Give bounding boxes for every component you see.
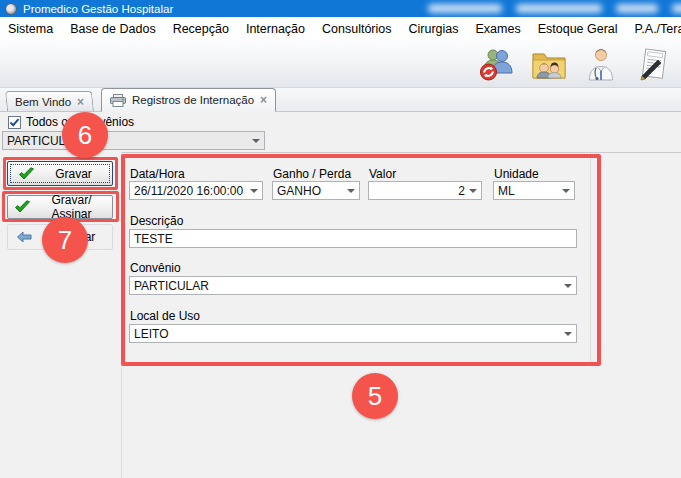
app-icon — [5, 3, 17, 15]
valor-label: Valor — [369, 167, 396, 181]
local-de-uso-select[interactable]: LEITO — [129, 324, 577, 343]
tab-close-icon[interactable]: × — [260, 93, 267, 107]
chevron-down-icon — [562, 189, 570, 193]
menu-item-exames[interactable]: Exames — [476, 22, 521, 36]
menu-item-consultorios[interactable]: Consultórios — [322, 22, 391, 36]
tab-label: Registros de Internação — [132, 94, 254, 106]
gravar-assinar-button[interactable]: Gravar/ Assinar — [7, 195, 113, 219]
back-arrow-icon — [16, 231, 32, 243]
tab-label: Bem Vindo — [15, 96, 71, 108]
doctor-icon[interactable] — [581, 46, 621, 82]
descricao-input[interactable]: TESTE — [129, 229, 577, 248]
gravar-assinar-label: Gravar/ Assinar — [31, 193, 112, 221]
annotation-badge-6: 6 — [62, 112, 108, 158]
menu-item-sistema[interactable]: Sistema — [8, 22, 53, 36]
chevron-down-icon — [347, 189, 355, 193]
redacted-title-info — [428, 4, 681, 13]
menu-item-cirurgias[interactable]: Cirurgias — [409, 22, 459, 36]
convenio-select[interactable]: PARTICULAR — [129, 276, 577, 295]
menu-item-pa-terapias[interactable]: P.A./Terapias — [635, 22, 681, 36]
sync-users-icon[interactable] — [477, 46, 517, 82]
check-icon — [18, 167, 35, 181]
data-hora-input[interactable]: 26/11/2020 16:00:00 — [129, 181, 263, 200]
convenio-value: PARTICULAR — [134, 279, 560, 293]
ganho-perda-label: Ganho / Perda — [273, 167, 351, 181]
window-title: Promedico Gestão Hospitalar — [23, 3, 173, 15]
convenio-filter-value: PARTICULAR — [7, 134, 248, 148]
menu-item-estoque-geral[interactable]: Estoque Geral — [538, 22, 618, 36]
patients-folder-icon[interactable] — [529, 46, 569, 82]
signed-document-icon[interactable] — [633, 46, 673, 82]
convenio-label: Convênio — [130, 261, 181, 275]
menu-bar: Sistema Base de Dados Recepção Internaçã… — [0, 17, 681, 40]
unidade-label: Unidade — [494, 167, 539, 181]
printer-icon — [110, 94, 126, 107]
local-de-uso-value: LEITO — [134, 327, 560, 341]
local-de-uso-label: Local de Uso — [130, 309, 200, 323]
tab-registros-de-internacao[interactable]: Registros de Internação × — [101, 88, 276, 112]
chevron-down-icon — [564, 284, 572, 288]
gravar-button[interactable]: Gravar — [7, 161, 113, 186]
panel-top-border — [122, 152, 681, 153]
tab-close-icon[interactable]: × — [77, 95, 84, 109]
tab-bem-vindo[interactable]: Bem Vindo × — [5, 91, 94, 111]
form-right-border — [590, 153, 591, 366]
convenio-filter-select[interactable]: PARTICULAR — [2, 131, 265, 150]
unidade-select[interactable]: ML — [493, 181, 575, 200]
check-icon — [14, 200, 31, 214]
annotation-badge-5: 5 — [352, 373, 398, 419]
menu-item-recepcao[interactable]: Recepção — [173, 22, 229, 36]
gravar-label: Gravar — [35, 167, 112, 181]
app-window: Promedico Gestão Hospitalar Sistema Base… — [0, 0, 681, 478]
data-hora-label: Data/Hora — [130, 167, 185, 181]
chevron-down-icon — [564, 332, 572, 336]
annotation-badge-7: 7 — [42, 217, 88, 263]
title-bar: Promedico Gestão Hospitalar — [0, 0, 681, 17]
unidade-value: ML — [498, 184, 558, 198]
chevron-down-icon — [469, 189, 477, 193]
panel-splitter — [121, 152, 122, 478]
descricao-value: TESTE — [134, 232, 572, 246]
descricao-label: Descrição — [130, 214, 183, 228]
toolbar — [0, 40, 681, 88]
valor-value: 2 — [373, 184, 465, 198]
tab-bar: Bem Vindo × Registros de Internação × — [0, 88, 681, 112]
chevron-down-icon — [252, 139, 260, 143]
chevron-down-icon — [250, 189, 258, 193]
menu-item-internacao[interactable]: Internação — [246, 22, 305, 36]
valor-input[interactable]: 2 — [368, 181, 482, 200]
ganho-perda-select[interactable]: GANHO — [272, 181, 360, 200]
menu-item-base-de-dados[interactable]: Base de Dados — [70, 22, 155, 36]
ganho-perda-value: GANHO — [277, 184, 343, 198]
data-hora-value: 26/11/2020 16:00:00 — [134, 184, 246, 198]
todos-convenios-checkbox[interactable] — [8, 116, 21, 129]
